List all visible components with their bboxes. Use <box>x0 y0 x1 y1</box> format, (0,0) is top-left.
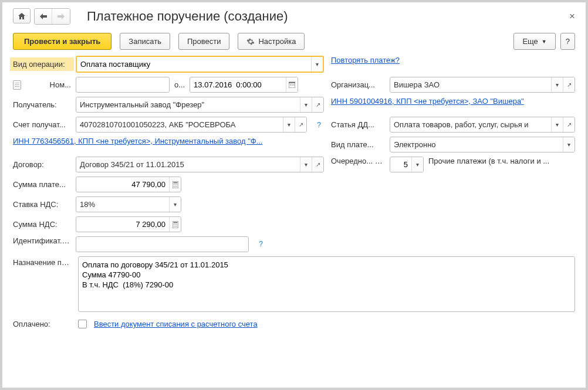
svg-point-15 <box>173 224 174 225</box>
recipient-account-label: Счет получат... <box>13 120 71 129</box>
chevron-down-icon[interactable]: ▾ <box>563 137 575 152</box>
vat-rate-label: Ставка НДС: <box>13 200 71 209</box>
page-title: Платежное поручение (создание) <box>87 9 288 24</box>
vat-sum-input[interactable] <box>76 216 181 232</box>
svg-rect-3 <box>292 84 293 86</box>
number-label: Ном... <box>26 80 71 89</box>
recipient-account-input[interactable]: 40702810701001050223, АКБ "РОСЕВРОБА ▾ ↗ <box>76 117 307 133</box>
vat-sum-label: Сумма НДС: <box>13 220 71 229</box>
paid-label: Оплачено: <box>13 320 71 328</box>
payment-order-window: Платежное поручение (создание) × Провест… <box>0 0 588 390</box>
svg-point-19 <box>175 226 175 226</box>
chevron-down-icon[interactable]: ▾ <box>283 117 295 132</box>
more-button[interactable]: Еще ▼ <box>513 33 555 50</box>
payment-type-input[interactable]: Электронно ▾ <box>390 137 575 152</box>
back-button[interactable] <box>35 9 52 24</box>
chevron-down-icon[interactable]: ▾ <box>551 117 563 132</box>
recipient-details-link[interactable]: ИНН 7763456561, КПП <не требуется>, Инст… <box>13 137 324 145</box>
recipient-input[interactable]: Инструментальный завод "Фрезер" ▾ ↗ <box>76 97 324 113</box>
close-button[interactable]: × <box>569 11 575 22</box>
payment-id-input[interactable] <box>76 236 249 252</box>
svg-point-8 <box>175 184 175 185</box>
more-label: Еще <box>522 37 538 46</box>
svg-point-17 <box>176 224 177 225</box>
chevron-down-icon[interactable]: ▾ <box>169 197 181 212</box>
operation-type-input[interactable]: ▾ <box>76 56 324 73</box>
purpose-label: Назначение платежа: <box>13 256 71 268</box>
svg-rect-1 <box>289 82 295 83</box>
organization-input[interactable]: Вишера ЗАО ▾ ↗ <box>390 77 575 93</box>
date-input[interactable] <box>190 77 298 93</box>
svg-point-9 <box>176 184 177 185</box>
vat-rate-input[interactable]: 18% ▾ <box>76 196 181 212</box>
chevron-down-icon: ▼ <box>542 39 547 45</box>
titlebar: Платежное поручение (создание) × <box>13 8 575 25</box>
settings-label: Настройка <box>258 37 296 46</box>
help-icon[interactable]: ? <box>314 120 324 130</box>
repeat-payment-link[interactable]: Повторять платеж? <box>331 56 400 65</box>
help-icon[interactable]: ? <box>256 239 266 249</box>
payment-type-label: Вид плате... <box>331 140 385 149</box>
payment-sum-label: Сумма плате... <box>13 180 71 189</box>
save-button[interactable]: Записать <box>120 33 170 50</box>
number-input[interactable] <box>76 77 170 93</box>
priority-label: Очередно... платежа: <box>331 157 385 167</box>
paid-checkbox[interactable] <box>78 320 87 328</box>
post-close-button[interactable]: Провести и закрыть <box>13 33 111 50</box>
calendar-icon[interactable] <box>286 77 298 92</box>
chevron-down-icon[interactable]: ▾ <box>300 97 312 112</box>
svg-point-11 <box>175 186 175 186</box>
svg-rect-6 <box>173 182 177 183</box>
document-icon[interactable] <box>13 80 21 90</box>
open-icon[interactable]: ↗ <box>563 77 575 92</box>
chevron-down-icon[interactable]: ▾ <box>300 157 312 172</box>
settings-button[interactable]: Настройка <box>238 33 305 50</box>
svg-point-16 <box>175 224 175 225</box>
svg-rect-14 <box>173 222 177 223</box>
home-button[interactable] <box>13 8 31 23</box>
svg-point-12 <box>176 186 177 186</box>
open-icon[interactable]: ↗ <box>312 157 323 172</box>
recipient-label: Получатель: <box>13 100 71 109</box>
help-button[interactable]: ? <box>560 33 575 50</box>
open-icon[interactable]: ↗ <box>295 117 306 132</box>
contract-input[interactable]: Договор 345/21 от 11.01.2015 ▾ ↗ <box>76 157 324 172</box>
svg-point-10 <box>173 186 174 186</box>
post-button[interactable]: Провести <box>178 33 230 50</box>
dds-label: Статья ДД... <box>331 120 385 129</box>
payment-sum-input[interactable] <box>76 177 181 192</box>
dds-input[interactable]: Оплата товаров, работ, услуг, сырья и ▾ … <box>390 117 575 133</box>
gear-icon <box>246 38 255 46</box>
org-details-link[interactable]: ИНН 5901004916, КПП <не требуется>, ЗАО … <box>331 97 575 106</box>
operation-type-label: Вид операции: <box>10 57 74 71</box>
open-icon[interactable]: ↗ <box>312 97 323 112</box>
calculator-icon[interactable] <box>169 177 181 192</box>
chevron-down-icon[interactable]: ▾ <box>311 57 323 72</box>
from-label: о... <box>174 80 185 89</box>
svg-point-7 <box>173 184 174 185</box>
payment-id-label: Идентификат... платежа: <box>13 236 71 246</box>
svg-point-18 <box>173 226 174 226</box>
open-icon[interactable]: ↗ <box>563 117 575 132</box>
svg-point-20 <box>176 226 177 226</box>
contract-label: Договор: <box>13 160 71 169</box>
paid-link[interactable]: Ввести документ списания с расчетного сч… <box>94 320 258 328</box>
svg-rect-2 <box>290 84 291 86</box>
toolbar: Провести и закрыть Записать Провести Нас… <box>13 33 575 50</box>
organization-label: Организац... <box>331 80 385 89</box>
svg-rect-4 <box>293 84 295 86</box>
chevron-down-icon[interactable]: ▾ <box>551 77 563 92</box>
forward-button[interactable] <box>52 9 70 24</box>
priority-input[interactable]: ▾ <box>390 157 424 172</box>
purpose-textarea[interactable] <box>78 256 575 312</box>
priority-description: Прочие платежи (в т.ч. налоги и ... <box>428 157 575 165</box>
chevron-down-icon[interactable]: ▾ <box>411 157 423 172</box>
calculator-icon[interactable] <box>169 217 181 232</box>
form: Вид операции: ▾ Повторять платеж? Ном...… <box>13 56 575 335</box>
